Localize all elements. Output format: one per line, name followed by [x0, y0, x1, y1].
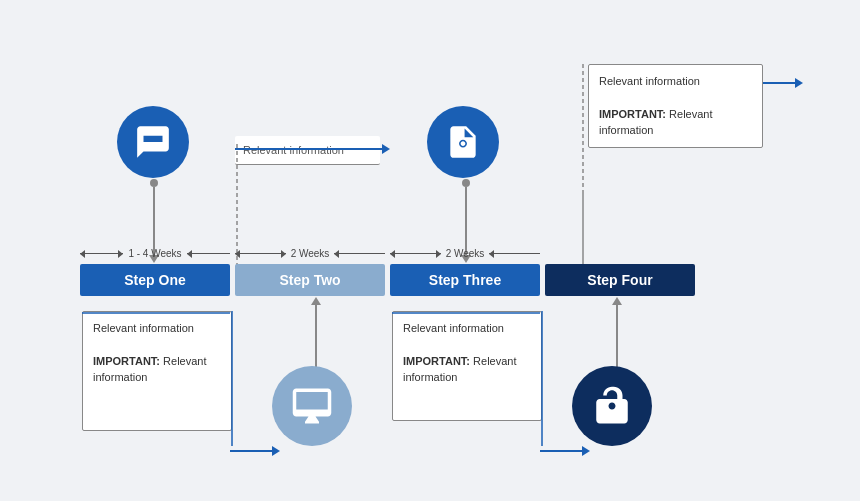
h-arrow-head: [382, 144, 390, 154]
connector-bm: [540, 311, 544, 451]
h-arrow-head: [582, 446, 590, 456]
v-line: [153, 187, 155, 255]
dot: [462, 179, 470, 187]
bottom-mid-h-arrow: [540, 446, 590, 456]
top-right-h-arrow: [763, 78, 803, 88]
dot: [150, 179, 158, 187]
h-arrow-head: [272, 446, 280, 456]
duration-two: 2 Weeks: [235, 248, 385, 259]
connector-bl: [230, 311, 234, 451]
arrow-up: [311, 297, 321, 305]
connector-top-right: [577, 64, 589, 279]
bottom-left-h-arrow: [230, 446, 280, 456]
unlock-icon: [591, 385, 633, 427]
h-arrow-head: [795, 78, 803, 88]
duration-three: 2 Weeks: [390, 248, 540, 259]
document-dollar-icon: [444, 123, 482, 161]
v-line: [315, 305, 317, 370]
duration-one-text: 1 - 4 Weeks: [125, 248, 184, 259]
v-line: [465, 187, 467, 255]
duration-two-text: 2 Weeks: [288, 248, 333, 259]
h-line: [763, 82, 795, 84]
arrow-up: [612, 297, 622, 305]
h-line: [235, 148, 382, 150]
connector-bl-top: [82, 311, 234, 315]
info-text-bm: Relevant information: [403, 320, 531, 337]
duration-three-text: 2 Weeks: [443, 248, 488, 259]
info-text-bl: Relevant information: [93, 320, 221, 337]
step-one-bar: Step One: [80, 264, 230, 296]
step-two-bar: Step Two: [235, 264, 385, 296]
info-text-top-right: Relevant information: [599, 73, 752, 90]
h-line: [540, 450, 582, 452]
monitor-icon: [291, 385, 333, 427]
circle-step-three: [427, 106, 499, 178]
info-box-top-right: Relevant information IMPORTANT: Relevant…: [588, 64, 763, 148]
step-three-bar: Step Three: [390, 264, 540, 296]
info-box-bottom-mid: Relevant information IMPORTANT: Relevant…: [392, 311, 542, 421]
info-important-bl: IMPORTANT: Relevant information: [93, 353, 221, 386]
top-mid-h-arrow: [235, 144, 390, 154]
chat-icon: [134, 123, 172, 161]
h-line: [230, 450, 272, 452]
circle-step-four-bottom: [572, 366, 652, 446]
connector-bm-top: [392, 311, 544, 315]
info-box-bottom-left: Relevant information IMPORTANT: Relevant…: [82, 311, 232, 431]
step-four-bar: Step Four: [545, 264, 695, 296]
duration-one: 1 - 4 Weeks: [80, 248, 230, 259]
v-line: [616, 305, 618, 370]
info-important-bm: IMPORTANT: Relevant information: [403, 353, 531, 386]
info-important-top-right: IMPORTANT: Relevant information: [599, 106, 752, 139]
diagram: Relevant information IMPORTANT: Relevant…: [20, 16, 840, 486]
circle-step-two-bottom: [272, 366, 352, 446]
circle-step-one: [117, 106, 189, 178]
